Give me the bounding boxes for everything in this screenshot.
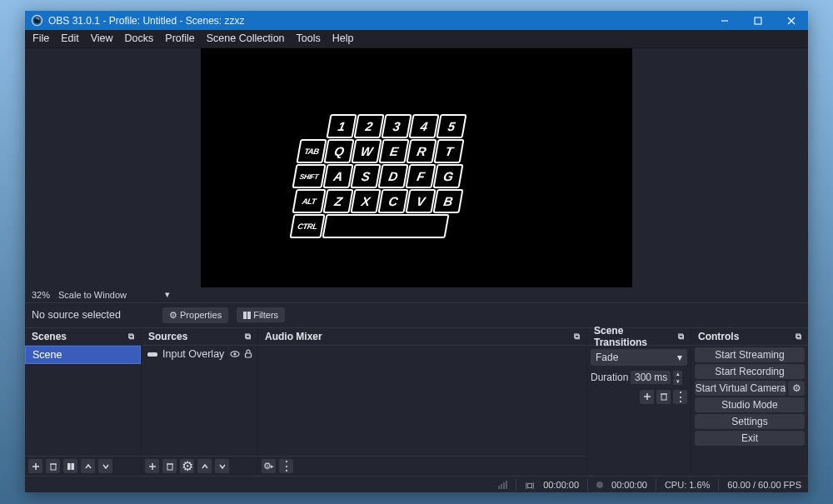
zoom-percent: 32% <box>32 290 50 300</box>
settings-button[interactable]: Settings <box>695 414 805 429</box>
svg-rect-13 <box>71 463 74 470</box>
svg-rect-26 <box>661 394 666 400</box>
selection-bar: No source selected ⚙Properties Filters <box>25 302 808 327</box>
key-alt: ALT <box>292 189 326 213</box>
popout-icon[interactable]: ⧉ <box>574 332 580 342</box>
menu-profile[interactable]: Profile <box>159 31 200 46</box>
transition-select[interactable]: Fade▾ <box>591 349 687 366</box>
move-source-down-button[interactable] <box>215 459 229 473</box>
properties-button[interactable]: ⚙Properties <box>162 307 228 323</box>
mixer-toolbar: ⚙▸ ⋮ <box>258 456 586 476</box>
source-item[interactable]: Input Overlay <box>142 346 257 362</box>
key-q: Q <box>323 139 354 163</box>
start-virtual-camera-button[interactable]: Start Virtual Camera <box>695 381 786 396</box>
sources-title: Sources <box>148 331 187 342</box>
obs-icon <box>30 14 43 27</box>
key-3: 3 <box>381 114 412 138</box>
cpu-usage: CPU: 1.6% <box>665 480 710 490</box>
eye-icon[interactable] <box>230 350 240 358</box>
key-b: B <box>432 189 463 213</box>
key-shift: SHIFT <box>292 164 326 188</box>
add-transition-button[interactable] <box>640 390 654 404</box>
menu-scene-collection[interactable]: Scene Collection <box>201 31 291 46</box>
start-streaming-button[interactable]: Start Streaming <box>695 347 805 362</box>
key-2: 2 <box>353 114 384 138</box>
move-scene-down-button[interactable] <box>98 459 112 473</box>
scene-filter-button[interactable] <box>63 459 77 473</box>
move-scene-up-button[interactable] <box>81 459 95 473</box>
exit-button[interactable]: Exit <box>695 431 805 446</box>
app-window: OBS 31.0.1 - Profile: Untitled - Scenes:… <box>25 11 808 492</box>
gamepad-icon <box>147 350 158 358</box>
chevron-down-icon: ▾ <box>677 352 682 363</box>
scale-mode[interactable]: Scale to Window <box>58 290 127 300</box>
menu-docks[interactable]: Docks <box>119 31 160 46</box>
filters-button[interactable]: Filters <box>237 307 285 322</box>
gear-icon: ⚙ <box>169 310 177 321</box>
delete-scene-button[interactable] <box>46 459 60 473</box>
key-ctrl: CTRL <box>289 214 325 238</box>
svg-point-15 <box>147 352 152 357</box>
duration-input[interactable]: 300 ms <box>631 371 671 384</box>
key-a: A <box>322 164 353 188</box>
rec-time: 00:00:00 <box>611 480 647 490</box>
scenes-title: Scenes <box>32 331 67 342</box>
chevron-down-icon[interactable]: ▾ <box>165 289 170 300</box>
add-source-button[interactable] <box>145 459 159 473</box>
mixer-settings-button[interactable]: ⚙▸ <box>262 459 276 473</box>
menu-tools[interactable]: Tools <box>291 31 327 46</box>
key-x: X <box>350 189 381 213</box>
menu-view[interactable]: View <box>85 31 119 46</box>
svg-rect-3 <box>755 17 761 24</box>
filters-icon <box>243 312 251 319</box>
virtual-camera-settings-button[interactable]: ⚙ <box>788 381 805 396</box>
menu-file[interactable]: File <box>27 31 55 46</box>
key-g: G <box>432 164 463 188</box>
maximize-button[interactable] <box>741 11 775 30</box>
lock-icon[interactable] <box>244 349 252 358</box>
source-settings-button[interactable]: ⚙ <box>180 459 194 473</box>
title-text: OBS 31.0.1 - Profile: Untitled - Scenes:… <box>48 15 708 27</box>
fps-counter: 60.00 / 60.00 FPS <box>727 480 801 490</box>
minimize-button[interactable] <box>708 11 741 30</box>
key-4: 4 <box>408 114 439 138</box>
scale-bar: 32% Scale to Window ▾ <box>25 287 808 302</box>
dock-controls: Controls⧉ Start Streaming Start Recordin… <box>691 327 808 476</box>
delete-transition-button[interactable] <box>656 390 671 404</box>
add-scene-button[interactable] <box>28 459 42 473</box>
move-source-up-button[interactable] <box>197 459 212 473</box>
titlebar: OBS 31.0.1 - Profile: Untitled - Scenes:… <box>25 11 808 30</box>
dock-sources: Sources⧉ Input Overlay ⚙ <box>142 327 258 476</box>
keyboard-overlay: 1 2 3 4 5 TAB Q W E R T SHIFT A S <box>298 114 473 252</box>
mixer-menu-button[interactable]: ⋮ <box>279 459 293 473</box>
key-1: 1 <box>326 114 357 138</box>
svg-rect-28 <box>528 483 532 487</box>
key-z: Z <box>322 189 353 213</box>
popout-icon[interactable]: ⧉ <box>128 332 134 342</box>
sources-toolbar: ⚙ <box>142 456 257 476</box>
preview-area[interactable]: 1 2 3 4 5 TAB Q W E R T SHIFT A S <box>25 48 808 287</box>
popout-icon[interactable]: ⧉ <box>245 332 251 342</box>
svg-rect-19 <box>246 353 252 357</box>
transitions-title: Scene Transitions <box>594 325 678 348</box>
key-t: T <box>433 139 464 163</box>
key-v: V <box>405 189 436 213</box>
popout-icon[interactable]: ⧉ <box>678 332 684 342</box>
dock-transitions: Scene Transitions⧉ Fade▾ Duration 300 ms… <box>587 327 691 476</box>
menu-edit[interactable]: Edit <box>55 31 85 46</box>
selection-status: No source selected <box>32 309 121 321</box>
menu-help[interactable]: Help <box>327 31 360 46</box>
svg-point-16 <box>153 352 157 357</box>
close-button[interactable] <box>775 11 808 30</box>
start-recording-button[interactable]: Start Recording <box>695 364 805 379</box>
transition-menu-button[interactable]: ⋮ <box>673 390 687 404</box>
svg-rect-12 <box>67 463 71 470</box>
duration-spinner[interactable]: ▴▾ <box>673 371 682 385</box>
scene-item[interactable]: Scene <box>25 346 141 364</box>
dock-scenes: Scenes⧉ Scene <box>25 327 142 476</box>
studio-mode-button[interactable]: Studio Mode <box>695 397 805 412</box>
delete-source-button[interactable] <box>162 459 177 473</box>
popout-icon[interactable]: ⧉ <box>796 332 801 342</box>
source-label: Input Overlay <box>162 348 224 360</box>
key-s: S <box>350 164 381 188</box>
